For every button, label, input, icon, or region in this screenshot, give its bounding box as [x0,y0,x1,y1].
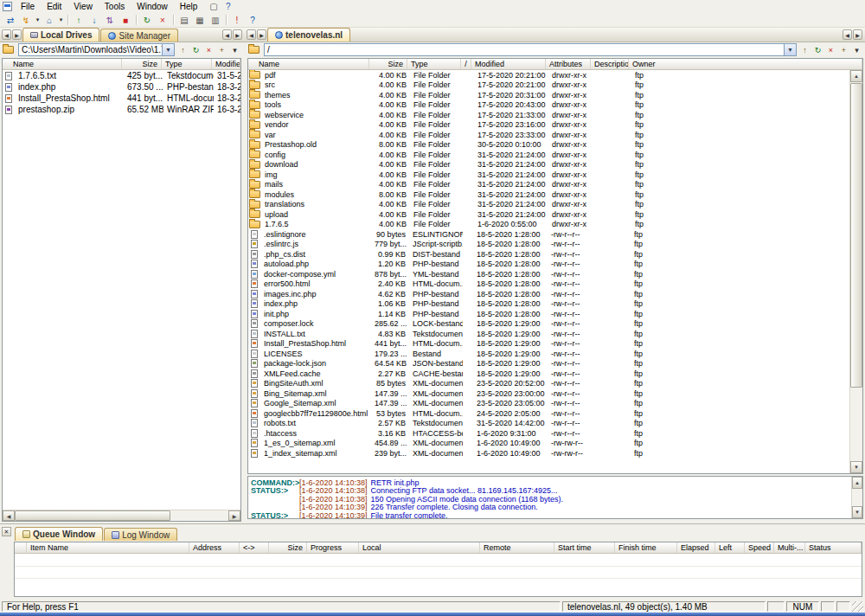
menu-tools[interactable]: Tools [99,1,131,12]
tab-local-drives[interactable]: Local Drives [22,28,99,42]
remote-file-row[interactable]: init.php1.14 KBPHP-bestand18-5-2020 1:28… [248,309,849,319]
column-header-start-time[interactable]: Start time [554,542,615,553]
column-header-item-name[interactable]: Item Name [27,542,189,553]
connect-icon[interactable]: ⇄ [3,14,18,27]
scroll-down-icon[interactable]: ▼ [850,461,862,473]
remote-file-row[interactable]: INSTALL.txt4.83 KBTekstdocument18-5-2020… [248,329,849,339]
remote-file-row[interactable]: modules8.00 KBFile Folder31-5-2020 21:24… [248,189,849,200]
remote-path-combobox[interactable]: / ▼ [264,43,797,56]
dropdown-arrow-icon[interactable]: ▾ [34,14,42,27]
column-header-speed[interactable]: Speed [745,542,774,553]
remote-file-row[interactable]: tools4.00 KBFile Folder17-5-2020 20:43:0… [248,100,849,111]
column-header-slash[interactable]: / [461,59,471,69]
scroll-left-icon[interactable]: ◀ [3,510,15,521]
dropdown-arrow-icon[interactable]: ▾ [57,14,65,27]
menu-view[interactable]: View [67,1,99,12]
scroll-up-icon[interactable]: ▲ [852,477,862,489]
warning-icon[interactable]: ! [229,14,245,27]
remote-file-row[interactable]: LICENSES179.23 ...Bestand18-5-2020 1:29:… [248,349,849,359]
stop-transfer-icon[interactable]: ■ [118,14,133,27]
local-new-folder-icon[interactable]: + [215,43,228,56]
column-header-size[interactable]: Size [122,59,162,69]
column-header-modified[interactable]: Modified [471,59,546,69]
tab-log-window[interactable]: Log Window [104,528,177,541]
remote-file-row[interactable]: composer.lock285.62 ...LOCK-bestand18-5-… [248,319,849,330]
scroll-down-icon[interactable]: ▼ [852,506,862,518]
menu-edit[interactable]: Edit [41,1,67,12]
scroll-right-icon[interactable]: ▶ [228,510,240,521]
remote-file-row[interactable]: docker-compose.yml878 byt...YML-bestand1… [248,269,849,279]
remote-file-row[interactable]: config4.00 KBFile Folder31-5-2020 21:24:… [248,150,849,160]
upload-icon[interactable]: ↑ [71,14,86,27]
local-folder-up-icon[interactable]: ↑ [176,43,189,56]
remote-file-row[interactable]: var4.00 KBFile Folder17-5-2020 23:33:00d… [248,130,849,140]
local-file-row[interactable]: prestashop.zip65.52 MBWinRAR ZIP ar...16… [3,104,240,115]
column-header-status[interactable]: Status [805,542,862,553]
column-header-name[interactable]: Name [248,59,369,69]
column-header-address[interactable]: Address [189,542,240,553]
remote-file-row[interactable]: Prestashop.old8.00 KBFile Folder30-5-202… [248,140,849,151]
tab-scroll-right-icon[interactable]: ▶ [12,29,22,40]
remote-file-row[interactable]: webservice4.00 KBFile Folder17-5-2020 21… [248,110,849,120]
tab-scroll-left-icon[interactable]: ◀ [222,29,232,40]
remote-file-row[interactable]: images.inc.php4.62 KBPHP-bestand18-5-202… [248,289,849,299]
local-refresh-icon[interactable]: ↻ [189,43,202,56]
local-view-menu-icon[interactable]: ▾ [228,43,241,56]
column-header-multi[interactable]: Multi-... [774,542,805,553]
column-header-slash[interactable]: <-> [240,542,269,553]
chevron-down-icon[interactable]: ▼ [784,44,796,55]
tab-scroll-left-icon[interactable]: ◀ [2,29,11,40]
tab-scroll-left-icon[interactable]: ◀ [247,29,256,40]
remote-new-folder-icon[interactable]: + [837,43,850,56]
remote-file-row[interactable]: .eslintrc.js779 byt...JScript-scriptb...… [248,240,849,250]
local-horizontal-scrollbar[interactable]: ◀ ▶ [3,510,240,521]
remote-file-row[interactable]: mails4.00 KBFile Folder31-5-2020 21:24:0… [248,180,849,190]
column-header-attributes[interactable]: Attributes [546,59,591,69]
remote-file-row[interactable]: themes4.00 KBFile Folder17-5-2020 20:31:… [248,90,849,100]
column-header-icon[interactable] [15,542,27,553]
tab-scroll-right-icon[interactable]: ▶ [233,29,242,40]
delete-icon[interactable]: × [155,14,170,27]
menu-file[interactable]: File [15,1,41,12]
column-header-owner[interactable]: Owner [629,59,862,69]
column-header-size[interactable]: Size [269,542,307,553]
queue-panel-icon[interactable]: ▦ [192,14,208,27]
tab-scroll-right-icon[interactable]: ▶ [257,29,266,40]
help-icon[interactable]: ? [245,14,260,27]
local-stop-icon[interactable]: × [202,43,215,56]
tab-telenovelas-nl[interactable]: telenovelas.nl [267,28,350,42]
remote-file-row[interactable]: Install_PrestaShop.html441 byt...HTML-do… [248,339,849,350]
remote-file-row[interactable]: 1.7.6.54.00 KBFile Folder1-6-2020 0:55:0… [248,220,849,230]
panes-view-icon[interactable]: ▤ [176,14,192,27]
log-panel-icon[interactable]: ▥ [208,14,223,27]
remote-file-row[interactable]: .php_cs.dist0.99 KBDIST-bestand18-5-2020… [248,249,849,260]
remote-file-row[interactable]: Bing_Sitemap.xml147.39 ...XML-document23… [248,388,849,399]
chevron-down-icon[interactable]: ▼ [162,44,174,55]
column-header-name[interactable]: Name [3,59,122,69]
close-icon[interactable]: ✕ [2,527,11,536]
remote-file-row[interactable]: pdf4.00 KBFile Folder17-5-2020 20:21:00d… [248,70,849,80]
column-header-description[interactable]: Description [591,59,629,69]
column-header-remote[interactable]: Remote [480,542,554,553]
tab-site-manager[interactable]: Site Manager [100,29,177,42]
download-icon[interactable]: ↓ [86,14,102,27]
column-header-modified[interactable]: Modified [212,59,240,69]
local-file-row[interactable]: index.php673.50 ...PHP-bestand18-3-202..… [3,81,240,93]
remote-file-row[interactable]: 1_es_0_sitemap.xml454.89 ...XML-document… [248,439,849,449]
tab-scroll-right-icon[interactable]: ▶ [853,29,862,40]
remote-file-row[interactable]: src4.00 KBFile Folder17-5-2020 20:21:00d… [248,80,849,91]
remote-refresh-icon[interactable]: ↻ [811,43,824,56]
column-header-finish-time[interactable]: Finish time [615,542,677,553]
scrollbar-thumb[interactable] [15,510,170,521]
column-header-size[interactable]: Size [369,59,407,69]
column-header-elapsed[interactable]: Elapsed [677,542,715,553]
column-header-local[interactable]: Local [359,542,480,553]
column-header-type[interactable]: Type [407,59,461,69]
remote-file-row[interactable]: index.php1.06 KBPHP-bestand18-5-2020 1:2… [248,299,849,310]
remote-file-row[interactable]: translations4.00 KBFile Folder31-5-2020 … [248,200,849,210]
remote-file-row[interactable]: 1_index_sitemap.xml239 byt...XML-documen… [248,448,849,459]
remote-file-row[interactable]: .eslintignore90 bytesESLINTIGNORE...18-5… [248,229,849,240]
local-file-row[interactable]: Install_PrestaShop.html441 byt...HTML-do… [3,93,240,104]
remote-file-row[interactable]: error500.html2.40 KBHTML-docum...18-5-20… [248,279,849,290]
column-header-progress[interactable]: Progress [307,542,359,553]
